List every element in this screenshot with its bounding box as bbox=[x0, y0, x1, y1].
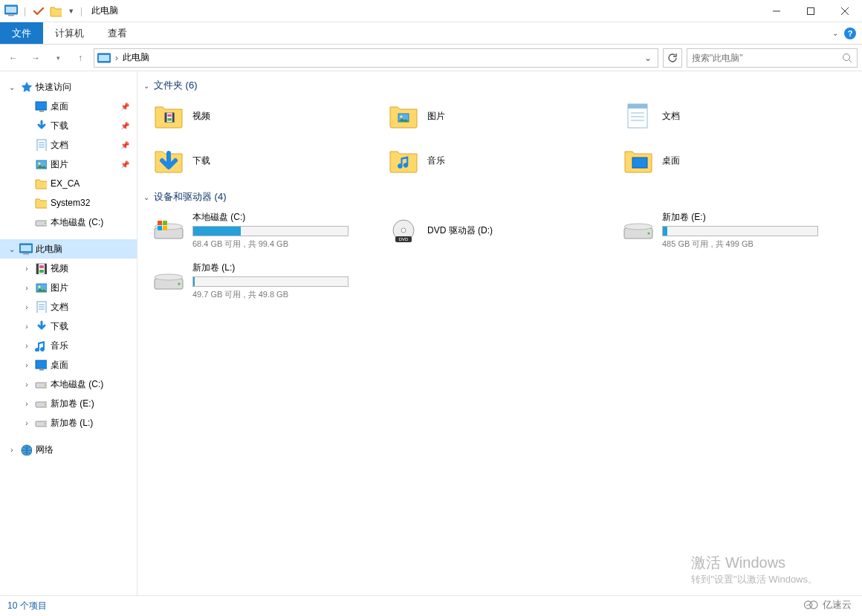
breadcrumb-sep-icon: › bbox=[115, 53, 118, 63]
folder-item[interactable]: 图片 bbox=[387, 98, 610, 134]
tab-view[interactable]: 查看 bbox=[96, 22, 139, 44]
drive-usage-bar bbox=[192, 226, 349, 236]
video-icon bbox=[34, 262, 48, 274]
tree-item-label: 新加卷 (E:) bbox=[51, 398, 94, 410]
folder-item[interactable]: 下载 bbox=[152, 143, 375, 178]
nav-recent-dropdown[interactable]: ▾ bbox=[49, 49, 67, 67]
search-box[interactable] bbox=[687, 48, 858, 68]
pin-icon: 📌 bbox=[120, 161, 137, 169]
breadcrumb[interactable]: › 此电脑 ⌄ bbox=[94, 48, 658, 68]
folder-item[interactable]: 视频 bbox=[152, 98, 375, 134]
tab-computer[interactable]: 计算机 bbox=[43, 22, 96, 44]
tree-item-label: 文档 bbox=[51, 301, 68, 314]
tab-file[interactable]: 文件 bbox=[0, 22, 43, 44]
drive-item[interactable]: DVD 驱动器 (D:) bbox=[387, 210, 610, 251]
tree-quick-item[interactable]: 桌面📌 bbox=[0, 97, 137, 116]
chevron-right-icon[interactable]: › bbox=[22, 322, 31, 331]
chevron-right-icon[interactable]: › bbox=[22, 284, 31, 292]
folder-label: 文档 bbox=[662, 110, 680, 123]
breadcrumb-dropdown-icon[interactable]: ⌄ bbox=[641, 53, 655, 63]
tree-pc-item[interactable]: ›新加卷 (L:) bbox=[0, 413, 137, 432]
tree-quick-item[interactable]: EX_CA bbox=[0, 174, 137, 193]
tree-quick-item[interactable]: 图片📌 bbox=[0, 155, 137, 174]
chevron-right-icon[interactable]: › bbox=[22, 303, 31, 311]
drive-icon bbox=[34, 398, 48, 409]
sidebar: ⌄ 快速访问 桌面📌下载📌文档📌图片📌EX_CASystem32本地磁盘 (C:… bbox=[0, 71, 137, 595]
tree-quick-item[interactable]: 下载📌 bbox=[0, 116, 137, 135]
drive-usage-text: 49.7 GB 可用 , 共 49.8 GB bbox=[192, 289, 349, 300]
tree-item-label: 桌面 bbox=[51, 359, 68, 372]
chevron-right-icon[interactable]: › bbox=[22, 419, 31, 427]
tree-pc-item[interactable]: ›音乐 bbox=[0, 336, 137, 355]
drive-item[interactable]: 本地磁盘 (C:)68.4 GB 可用 , 共 99.4 GB bbox=[152, 210, 375, 251]
tree-quick-item[interactable]: 本地磁盘 (C:) bbox=[0, 213, 137, 232]
download-icon bbox=[34, 120, 48, 132]
tree-this-pc[interactable]: ⌄ 此电脑 bbox=[0, 239, 137, 259]
tree-item-label: 本地磁盘 (C:) bbox=[51, 378, 103, 391]
chevron-right-icon[interactable]: › bbox=[22, 400, 31, 408]
chevron-right-icon[interactable]: › bbox=[22, 361, 31, 369]
tree-pc-item[interactable]: ›新加卷 (E:) bbox=[0, 394, 137, 413]
chevron-down-icon[interactable]: ⌄ bbox=[7, 245, 16, 253]
tree-network[interactable]: › 网络 bbox=[0, 440, 137, 459]
content: ⌄ 文件夹 (6) 视频图片文档下载音乐桌面 ⌄ 设备和驱动器 (4) 本地磁盘… bbox=[137, 71, 862, 595]
svg-rect-46 bbox=[632, 158, 647, 168]
nav-back-button[interactable]: ← bbox=[4, 49, 22, 67]
chevron-right-icon[interactable]: › bbox=[22, 265, 31, 273]
drive-item[interactable]: 新加卷 (E:)485 GB 可用 , 共 499 GB bbox=[622, 210, 845, 251]
qat-dropdown-icon[interactable]: ▼ bbox=[68, 7, 74, 15]
qat-properties-icon[interactable] bbox=[32, 5, 44, 17]
video-icon bbox=[152, 101, 185, 131]
qat-separator-2: | bbox=[80, 6, 82, 16]
tree-pc-item[interactable]: ›桌面 bbox=[0, 355, 137, 375]
drive-icon bbox=[34, 417, 48, 429]
tree-pc-item[interactable]: ›本地磁盘 (C:) bbox=[0, 375, 137, 394]
music-icon bbox=[34, 340, 48, 351]
drive-item[interactable]: 新加卷 (L:)49.7 GB 可用 , 共 49.8 GB bbox=[152, 260, 375, 302]
drive-icon bbox=[34, 378, 48, 390]
close-button[interactable] bbox=[828, 0, 862, 22]
drive-usage-bar bbox=[192, 276, 349, 287]
tree-pc-item[interactable]: ›文档 bbox=[0, 297, 137, 317]
section-devices-header[interactable]: ⌄ 设备和驱动器 (4) bbox=[137, 187, 862, 207]
chevron-down-icon[interactable]: ⌄ bbox=[143, 193, 149, 201]
tree-pc-item[interactable]: ›下载 bbox=[0, 317, 137, 336]
folder-item[interactable]: 桌面 bbox=[622, 143, 845, 178]
chevron-down-icon[interactable]: ⌄ bbox=[143, 82, 149, 90]
tree-pc-item[interactable]: ›视频 bbox=[0, 259, 137, 278]
chevron-right-icon[interactable]: › bbox=[22, 380, 31, 389]
maximize-button[interactable] bbox=[794, 0, 828, 22]
tree-quick-access[interactable]: ⌄ 快速访问 bbox=[0, 77, 137, 97]
tree-pc-item[interactable]: ›图片 bbox=[0, 278, 137, 297]
svg-point-39 bbox=[843, 54, 850, 60]
tree-quick-item[interactable]: System32 bbox=[0, 193, 137, 213]
refresh-button[interactable] bbox=[663, 48, 682, 68]
chevron-down-icon[interactable]: ⌄ bbox=[7, 83, 16, 91]
help-icon[interactable]: ? bbox=[844, 27, 856, 39]
tree-item-label: 视频 bbox=[51, 262, 68, 275]
folder-item[interactable]: 音乐 bbox=[387, 143, 610, 178]
folder-icon bbox=[34, 197, 48, 209]
tree-item-label: EX_CA bbox=[51, 178, 80, 189]
search-input[interactable] bbox=[692, 53, 842, 63]
drive-usage-text: 68.4 GB 可用 , 共 99.4 GB bbox=[192, 239, 349, 250]
section-label: 设备和驱动器 (4) bbox=[154, 190, 227, 204]
qat-newfolder-icon[interactable] bbox=[50, 5, 62, 17]
svg-rect-42 bbox=[628, 104, 647, 108]
chevron-right-icon[interactable]: › bbox=[7, 446, 16, 454]
folder-item[interactable]: 文档 bbox=[622, 98, 845, 134]
tree-item-label: 下载 bbox=[51, 320, 68, 333]
desktop-icon bbox=[34, 100, 48, 112]
status-bar: 10 个项目 bbox=[0, 595, 862, 616]
search-icon[interactable] bbox=[842, 53, 852, 63]
minimize-button[interactable] bbox=[759, 0, 794, 22]
ribbon: 文件 计算机 查看 ⌄ ? bbox=[0, 22, 862, 45]
ribbon-expand-icon[interactable]: ⌄ bbox=[832, 29, 838, 37]
tree-quick-item[interactable]: 文档📌 bbox=[0, 135, 137, 155]
breadcrumb-location[interactable]: 此电脑 bbox=[123, 51, 149, 64]
nav-forward-button[interactable]: → bbox=[27, 49, 45, 67]
drive-usage-text: 485 GB 可用 , 共 499 GB bbox=[662, 239, 818, 250]
chevron-right-icon[interactable]: › bbox=[22, 342, 31, 350]
section-folders-header[interactable]: ⌄ 文件夹 (6) bbox=[137, 76, 862, 95]
nav-up-button[interactable]: ↑ bbox=[71, 49, 89, 67]
